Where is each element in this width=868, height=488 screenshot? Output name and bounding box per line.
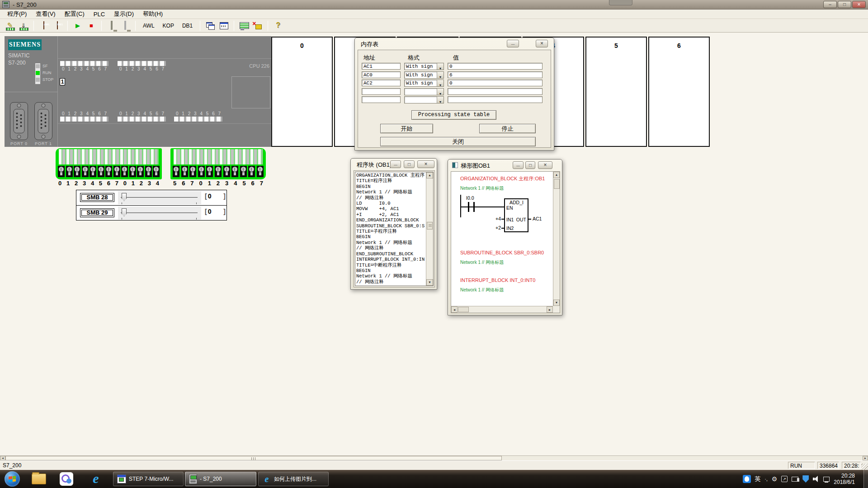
expansion-slot[interactable]: 0 bbox=[271, 37, 333, 147]
input-switch[interactable] bbox=[248, 166, 255, 177]
expansion-slot[interactable]: 5 bbox=[585, 37, 647, 147]
menu-item[interactable]: 帮助(H) bbox=[138, 9, 167, 19]
internet-explorer-icon[interactable]: e bbox=[89, 471, 103, 486]
ladder-close-button[interactable] bbox=[538, 161, 552, 169]
help-icon[interactable] bbox=[273, 20, 283, 31]
format-select[interactable]: With sign bbox=[404, 80, 444, 87]
scroll-right-icon[interactable] bbox=[547, 306, 553, 313]
export-icon[interactable] bbox=[18, 20, 29, 31]
address-field[interactable]: AC2 bbox=[362, 80, 401, 86]
input-switch[interactable] bbox=[82, 166, 89, 177]
format-select[interactable]: With sign bbox=[404, 63, 444, 70]
run-icon[interactable] bbox=[72, 20, 83, 31]
monitor-icon[interactable] bbox=[106, 20, 117, 31]
input-switch[interactable] bbox=[198, 166, 205, 177]
input-switch[interactable] bbox=[129, 166, 136, 177]
input-switch[interactable] bbox=[58, 166, 65, 177]
ladder-restore-button[interactable] bbox=[525, 161, 535, 169]
menu-item[interactable]: 查看(V) bbox=[31, 9, 60, 19]
scrollbar-thumb[interactable] bbox=[5, 456, 502, 460]
maximize-button[interactable] bbox=[838, 1, 851, 8]
smb-slider[interactable] bbox=[118, 191, 201, 204]
scrollbar-thumb[interactable] bbox=[554, 179, 560, 189]
program-vertical-scrollbar[interactable] bbox=[426, 172, 433, 286]
value-field[interactable]: 6 bbox=[448, 71, 542, 78]
chart-window-icon[interactable] bbox=[218, 20, 229, 31]
ladder-canvas[interactable]: ORGANIZATION_BLOCK 主程序:OB1 Network 1 // … bbox=[451, 172, 553, 306]
clock[interactable]: 20:28 2018/6/1 bbox=[834, 473, 855, 485]
edit-program-icon[interactable] bbox=[5, 20, 15, 31]
add-i-block[interactable]: ADD_I EN IN1 OUT IN2 bbox=[504, 198, 528, 232]
explorer-icon[interactable] bbox=[32, 474, 46, 484]
input-switch[interactable] bbox=[98, 166, 104, 177]
scroll-up-icon[interactable] bbox=[426, 172, 433, 178]
main-horizontal-scrollbar[interactable] bbox=[0, 455, 868, 460]
dropdown-arrow-icon[interactable] bbox=[437, 72, 443, 78]
unlock-icon[interactable] bbox=[252, 20, 263, 31]
value-field[interactable] bbox=[448, 96, 542, 103]
scroll-left-icon[interactable] bbox=[0, 456, 5, 460]
dropdown-arrow-icon[interactable] bbox=[437, 89, 443, 95]
processing-state-button[interactable]: Processing state table bbox=[411, 110, 496, 120]
ime-punctuation-indicator[interactable]: ·, bbox=[765, 477, 768, 482]
db1-view-button[interactable]: DB1 bbox=[179, 21, 195, 30]
input-switch[interactable] bbox=[121, 166, 128, 177]
awl-view-button[interactable]: AWL bbox=[140, 21, 157, 30]
input-switch[interactable] bbox=[153, 166, 160, 177]
slider-handle[interactable] bbox=[122, 208, 127, 216]
taskbar-button-browser[interactable]: e 如何上传图片到... bbox=[258, 472, 329, 486]
clipboard-awl-icon[interactable]: AWL bbox=[38, 20, 49, 31]
pinned-app-icon[interactable] bbox=[60, 472, 73, 486]
show-desktop-button[interactable] bbox=[863, 470, 868, 488]
input-switch[interactable] bbox=[215, 166, 222, 177]
td200-icon[interactable] bbox=[239, 20, 250, 31]
resize-grip-icon[interactable] bbox=[861, 464, 868, 470]
smb-slider[interactable] bbox=[118, 206, 201, 220]
ladder-horizontal-scrollbar[interactable] bbox=[451, 306, 553, 313]
cascade-windows-icon[interactable] bbox=[205, 20, 216, 31]
input-switch[interactable] bbox=[231, 166, 238, 177]
expansion-slot[interactable]: 6 bbox=[648, 37, 710, 147]
input-switch[interactable] bbox=[173, 166, 179, 177]
minimize-button[interactable] bbox=[823, 1, 837, 8]
close-dialog-button[interactable]: 关闭 bbox=[380, 137, 536, 146]
address-field[interactable]: AC0 bbox=[362, 71, 401, 78]
scroll-up-icon[interactable] bbox=[553, 172, 560, 178]
program-close-button[interactable] bbox=[417, 160, 434, 168]
menu-item[interactable]: PLC bbox=[89, 10, 109, 19]
input-switch[interactable] bbox=[90, 166, 96, 177]
program-restore-button[interactable] bbox=[404, 160, 415, 168]
taskbar-button-s7200[interactable]: - S7_200 bbox=[185, 472, 256, 486]
dialog-minimize-button[interactable] bbox=[507, 40, 519, 47]
memory-table-dialog[interactable]: 内存表 地址 格式 值 AC1 With sign 0 bbox=[354, 38, 554, 150]
program-minimize-button[interactable] bbox=[390, 160, 401, 168]
titlebar[interactable]: - S7_200 bbox=[0, 0, 868, 9]
input-switch[interactable] bbox=[113, 166, 120, 177]
format-select[interactable] bbox=[404, 96, 444, 103]
input-switch[interactable] bbox=[66, 166, 73, 177]
input-switch[interactable] bbox=[240, 166, 247, 177]
address-field[interactable] bbox=[362, 96, 401, 103]
format-select[interactable] bbox=[404, 88, 444, 95]
program-block-window[interactable]: 程序块 (OB1) ORGANIZATION_BLOCK 主程序TITLE=程序… bbox=[350, 158, 437, 290]
network-icon[interactable] bbox=[823, 477, 830, 482]
pc-tray-icon[interactable] bbox=[792, 477, 798, 482]
dropdown-arrow-icon[interactable] bbox=[437, 97, 443, 103]
input-switch[interactable] bbox=[181, 166, 188, 177]
input-switch[interactable] bbox=[257, 166, 264, 177]
start-button[interactable]: 开始 bbox=[380, 124, 433, 133]
stop-button[interactable]: 停止 bbox=[479, 124, 536, 133]
address-field[interactable] bbox=[362, 88, 401, 95]
clipboard-db1-icon[interactable]: DB1 bbox=[52, 20, 63, 31]
format-select[interactable]: With sign bbox=[404, 71, 444, 79]
value-field[interactable]: 0 bbox=[448, 80, 542, 86]
security-shield-icon[interactable] bbox=[802, 475, 809, 483]
close-button[interactable] bbox=[852, 1, 866, 8]
ladder-diagram-window[interactable]: 梯形图OB1 ORGANIZATION_BLOCK 主程序:OB1 Networ… bbox=[448, 159, 562, 315]
volume-icon[interactable] bbox=[813, 476, 819, 482]
input-switch[interactable] bbox=[189, 166, 196, 177]
value-field[interactable] bbox=[448, 88, 542, 95]
taskbar-button-step7[interactable]: STEP 7-Micro/W... bbox=[113, 472, 184, 486]
scrollbar-thumb[interactable] bbox=[458, 307, 469, 312]
program-text-box[interactable]: ORGANIZATION_BLOCK 主程序TITLE=程序注释BEGINNet… bbox=[355, 172, 434, 286]
